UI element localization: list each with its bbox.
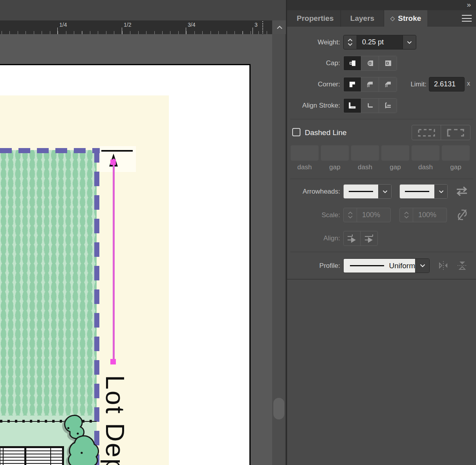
arrowhead-end-select[interactable] — [399, 184, 448, 199]
arrow-at-end-icon — [364, 234, 374, 243]
chevron-down-icon — [348, 216, 353, 218]
artboard: Lot Depth — [0, 64, 251, 465]
ruler-minor-ticks — [0, 31, 272, 34]
ruler-major-tick — [122, 27, 122, 34]
arrowhead-start-scale[interactable]: 100% — [343, 208, 391, 222]
align-stroke-center-button[interactable] — [344, 99, 361, 113]
dash-field-label: dash — [412, 163, 439, 171]
deck-divider — [24, 448, 26, 465]
path-anchor-top[interactable] — [110, 159, 116, 165]
arrow-beyond-end-icon — [347, 234, 357, 243]
arrowhead-align-group — [343, 231, 378, 246]
arrowhead-start-select[interactable] — [343, 184, 392, 199]
profile-value: Uniform — [389, 262, 415, 270]
section-divider — [290, 252, 473, 252]
canvas-viewport[interactable]: Lot Depth — [0, 34, 272, 465]
arrowhead-start-preview — [344, 185, 378, 198]
chevron-up-icon — [348, 38, 353, 42]
ruler-label: 1/2 — [124, 22, 131, 28]
chevron-down-icon — [434, 185, 447, 198]
preserve-exact-dashes-button[interactable] — [441, 125, 470, 140]
path-anchor-bottom[interactable] — [110, 359, 116, 364]
link-scales-button[interactable] — [457, 209, 468, 223]
ruler-label: 3 — [254, 22, 258, 28]
ruler-label: 1/4 — [59, 22, 67, 28]
dash-field-label: dash — [291, 163, 319, 171]
selected-dimension-path[interactable] — [113, 159, 115, 360]
profile-label: Profile: — [287, 258, 340, 273]
vertical-scrollbar-thumb[interactable] — [273, 398, 284, 419]
weight-stepper[interactable] — [344, 35, 357, 49]
gap-input-2[interactable] — [381, 145, 409, 161]
arrow-tip-at-end-button[interactable] — [361, 231, 377, 245]
limit-suffix: x — [467, 80, 470, 87]
swap-arrowheads-button[interactable] — [456, 185, 468, 199]
miter-join-icon — [349, 81, 356, 88]
panel-menu-icon[interactable] — [462, 15, 472, 22]
horizontal-ruler: 1/4 1/2 3/4 3 — [0, 20, 272, 34]
align-stroke-label: Align Stroke: — [287, 98, 340, 113]
flip-along-button[interactable] — [456, 260, 469, 273]
scale-stepper[interactable] — [344, 208, 357, 222]
dashed-line-checkbox[interactable] — [292, 128, 300, 136]
tab-layers[interactable]: Layers — [341, 10, 384, 27]
tab-stroke[interactable]: ◇ Stroke — [384, 10, 427, 27]
flip-across-button[interactable] — [437, 260, 450, 273]
miter-join-button[interactable] — [344, 77, 361, 92]
chevron-up-icon — [348, 212, 353, 214]
stroke-panel: » Properties Layers ◇ Stroke Weight: 0.2… — [286, 0, 476, 465]
weight-input[interactable]: 0.25 pt — [357, 35, 403, 49]
align-stroke-button-group — [343, 98, 397, 113]
gap-input-3[interactable] — [442, 145, 470, 161]
dash-alignment-group — [412, 125, 471, 140]
dash-input-1[interactable] — [291, 145, 319, 161]
align-stroke-inside-button[interactable] — [361, 99, 379, 113]
butt-cap-button[interactable] — [344, 56, 361, 70]
butt-cap-icon — [349, 60, 356, 67]
scale-stepper[interactable] — [400, 208, 413, 222]
cap-label: Cap: — [287, 56, 340, 70]
flip-across-icon — [437, 260, 450, 271]
scale-label: Scale: — [287, 208, 340, 222]
gap-field-label: gap — [321, 163, 349, 171]
dash-input-3[interactable] — [412, 145, 439, 161]
panel-bottom-divider — [287, 279, 476, 280]
lot-depth-label: Lot Depth — [100, 375, 130, 465]
tree-shrubs — [55, 409, 101, 465]
arrowhead-end-scale[interactable]: 100% — [399, 208, 447, 222]
tab-properties[interactable]: Properties — [290, 10, 341, 27]
align-stroke-outside-button[interactable] — [379, 99, 397, 113]
weight-dropdown[interactable] — [403, 35, 416, 49]
ruler-label: 3/4 — [188, 22, 195, 28]
gap-field-label: gap — [381, 163, 409, 171]
ruler-major-tick — [186, 27, 186, 34]
align-dashes-icon — [418, 129, 435, 137]
section-divider — [290, 179, 473, 179]
profile-select[interactable]: Uniform — [343, 258, 430, 273]
lot-hatch-pattern — [0, 150, 97, 416]
canvas-top-strip — [0, 0, 287, 20]
limit-input[interactable]: 2.6131 — [429, 77, 465, 92]
align-stroke-center-icon — [349, 102, 356, 109]
profile-preview: Uniform — [344, 259, 415, 273]
corner-label: Corner: — [287, 77, 340, 92]
round-cap-button[interactable] — [361, 56, 379, 70]
chevron-up-icon — [276, 26, 283, 29]
weight-label: Weight: — [287, 35, 340, 49]
dash-input-2[interactable] — [351, 145, 379, 161]
round-cap-icon — [366, 60, 373, 67]
gap-input-1[interactable] — [321, 145, 349, 161]
scroll-up-button[interactable] — [272, 20, 287, 34]
align-stroke-inside-icon — [366, 102, 373, 109]
scale-start-value: 100% — [357, 208, 380, 222]
deck-divider — [50, 448, 51, 465]
swap-arrows-icon — [456, 185, 468, 197]
align-dashes-to-corners-button[interactable] — [412, 125, 441, 140]
collapse-panels-icon[interactable]: » — [467, 0, 471, 9]
projecting-cap-button[interactable] — [379, 56, 397, 70]
chevron-down-icon — [407, 41, 412, 44]
arrow-tip-beyond-end-button[interactable] — [344, 231, 361, 245]
section-divider — [290, 119, 473, 119]
align-label: Align: — [287, 231, 340, 245]
broken-link-icon — [457, 209, 468, 221]
